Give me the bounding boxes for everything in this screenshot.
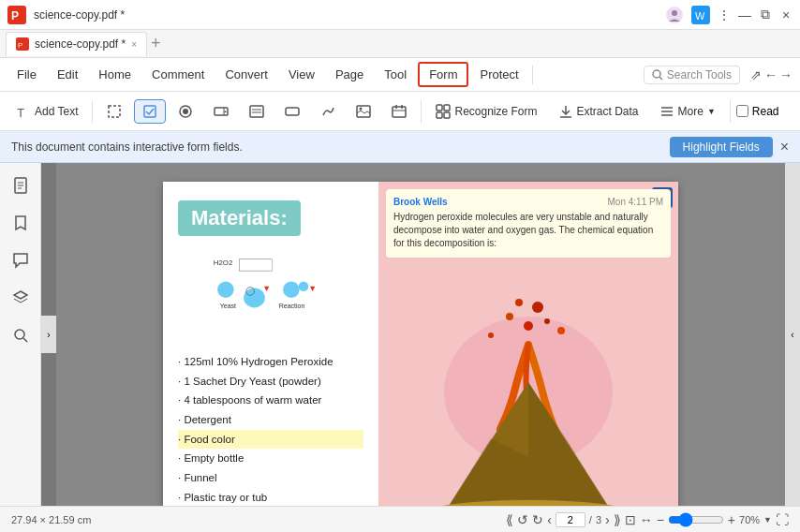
options-button[interactable]: ⋮ [718,8,731,22]
image-button[interactable] [348,99,379,124]
last-page-button[interactable]: ⟫ [614,512,621,527]
more-button[interactable]: More ▼ [651,99,724,124]
fit-width-button[interactable]: ↔ [640,512,653,527]
collapse-panel-arrow[interactable]: › [41,316,56,353]
svg-rect-29 [437,112,442,118]
svg-point-49 [283,281,300,298]
highlight-fields-button[interactable]: Highlight Fields [670,137,773,157]
materials-title: Materials: [178,200,301,236]
total-pages: 3 [596,514,601,525]
add-text-button[interactable]: T Add Text [7,99,86,124]
rotate-right-button[interactable]: ↻ [532,512,543,527]
list-item: 4 tablespoons of warm water [178,391,363,410]
more-icon [659,104,674,119]
button-field-icon [285,104,300,119]
extract-data-label: Extract Data [577,105,639,118]
restore-button[interactable]: ⧉ [759,8,772,22]
radio-button-field[interactable] [170,99,201,124]
read-checkbox-label[interactable]: Read [736,105,779,118]
tab-close-button[interactable]: × [131,39,137,50]
extract-data-button[interactable]: Extract Data [550,99,647,124]
zoom-level: 70% [739,514,760,525]
search-icon [652,69,663,81]
new-tab-button[interactable]: + [151,34,161,53]
titlebar: P science-copy.pdf * W ⋮ — ⧉ × [0,0,800,30]
infobar-close-button[interactable]: × [780,139,789,155]
expand-right-arrow[interactable]: ‹ [785,163,800,506]
pages-icon [12,177,29,194]
menubar: File Edit Home Comment Convert View Page… [0,58,800,92]
diagram-area: H2O2 Active Site [178,247,363,341]
fit-page-button[interactable]: ⊡ [625,512,636,527]
menu-convert[interactable]: Convert [215,64,277,85]
comments-panel-button[interactable] [6,245,36,275]
close-button[interactable]: × [779,8,793,22]
first-page-button[interactable]: ⟪ [506,512,513,527]
date-button[interactable] [383,99,415,124]
cloud-icon[interactable]: W [691,6,710,24]
svg-point-8 [653,70,660,78]
prev-page-button[interactable]: ‹ [547,512,552,527]
zoom-slider[interactable] [668,512,724,527]
layers-panel-button[interactable] [6,283,36,313]
search-tools[interactable]: Search Tools [644,66,740,84]
select-object-button[interactable] [98,99,130,124]
page-number-input[interactable] [556,512,585,527]
svg-text:Reaction: Reaction [279,303,305,309]
left-panel [0,163,41,506]
button-field-button[interactable] [276,99,308,124]
app-logo: P [7,6,26,24]
listbox-button[interactable] [241,99,273,124]
tab-science-copy[interactable]: P science-copy.pdf * × [6,32,147,56]
svg-text:P: P [11,9,19,22]
list-item: Empty bottle [178,449,363,468]
menu-form[interactable]: Form [418,62,468,87]
zoom-in-button[interactable]: + [728,512,735,527]
svg-rect-11 [109,106,120,117]
svg-text:W: W [695,10,705,22]
forward-button[interactable]: → [779,68,793,81]
search-tools-label: Search Tools [667,68,732,81]
zoom-chevron[interactable]: ▼ [763,515,772,525]
search-panel-button[interactable] [6,320,36,350]
svg-rect-28 [444,105,450,111]
pages-panel-button[interactable] [6,170,36,200]
external-link-button[interactable]: ⇗ [749,68,763,81]
minimize-button[interactable]: — [738,8,751,22]
svg-point-59 [544,318,550,324]
menu-tool[interactable]: Tool [375,64,416,85]
next-page-button[interactable]: › [605,512,610,527]
menu-view[interactable]: View [279,64,324,85]
combobox-button[interactable] [205,99,237,124]
recognize-form-button[interactable]: Recognize Form [427,99,545,124]
svg-point-62 [532,302,543,313]
svg-point-14 [183,109,188,114]
svg-point-58 [506,313,513,320]
list-item: Plastic tray or tub [178,488,363,506]
document-area[interactable]: Materials: H2O2 Active Site [56,163,785,506]
fullscreen-button[interactable]: ⛶ [776,512,789,527]
menu-home[interactable]: Home [89,64,141,85]
zoom-out-button[interactable]: − [657,512,664,527]
svg-point-45 [217,281,234,298]
bookmarks-panel-button[interactable] [6,208,36,238]
rotate-left-button[interactable]: ↺ [517,512,528,527]
svg-rect-17 [250,106,263,117]
checkbox-button[interactable] [134,99,166,124]
zoom-controls: − + 70% ▼ [657,512,772,527]
menu-page[interactable]: Page [326,64,373,85]
signature-icon [320,104,335,119]
profile-icon[interactable] [665,6,684,24]
menu-comment[interactable]: Comment [142,64,214,85]
list-item: 125ml 10% Hydrogen Peroxide [178,352,363,372]
read-checkbox[interactable] [736,105,748,117]
menu-file[interactable]: File [7,64,46,85]
back-button[interactable]: ← [764,68,778,81]
search-panel-icon [12,327,29,344]
svg-point-63 [515,299,523,306]
more-chevron: ▼ [707,107,716,116]
svg-rect-30 [444,112,450,118]
signature-button[interactable] [312,99,344,124]
menu-edit[interactable]: Edit [48,64,87,85]
menu-protect[interactable]: Protect [470,64,527,85]
